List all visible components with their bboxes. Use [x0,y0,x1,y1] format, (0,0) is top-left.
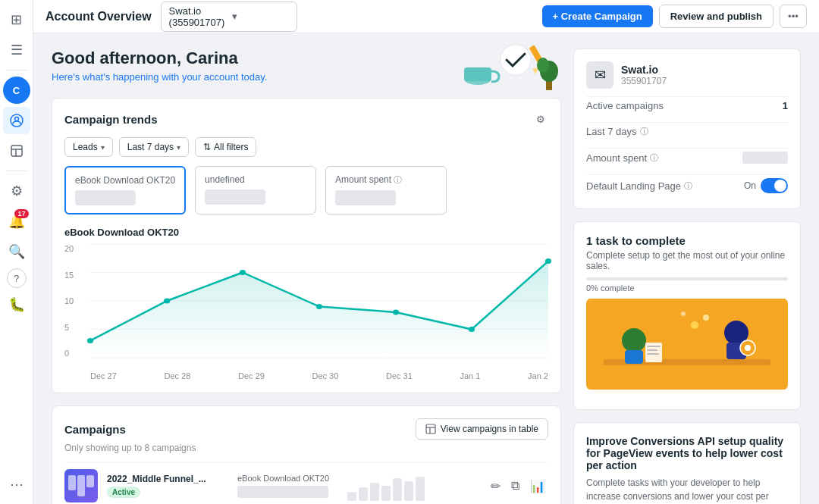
edit-campaign-button[interactable]: ✏ [488,476,504,496]
last7-row: Last 7 days ⓘ [586,122,788,140]
svg-rect-33 [647,346,661,347]
task-desc: Complete setup to get the most out of yo… [586,250,788,271]
active-campaigns-label: Active campaigns [586,100,664,111]
campaign-metric-bar [237,486,328,498]
sidebar-divider2 [6,171,27,171]
help-icon[interactable]: ? [7,268,27,288]
svg-point-39 [745,345,751,351]
search-icon[interactable]: 🔍 [3,238,30,265]
task-illustration [586,299,788,390]
svg-rect-28 [588,299,786,390]
amount-spent-label: Amount spent ⓘ [586,152,658,164]
leads-filter-button[interactable]: Leads ▾ [64,137,113,157]
right-column: ✉ Swat.io 355901707 Active campaigns 1 L… [573,49,801,489]
home-icon[interactable]: ⊞ [3,6,30,33]
svg-point-19 [164,299,170,304]
improve-card: Improve Conversions API setup quality fo… [573,422,801,504]
svg-point-30 [622,328,646,352]
svg-point-1 [14,117,18,121]
gear-button[interactable]: ⚙ [533,111,548,128]
progress-bar-outer [586,277,788,280]
metric-card-2[interactable]: undefined [195,166,316,214]
avatar-icon[interactable]: C [3,77,30,104]
svg-point-21 [316,304,322,309]
improve-title: Improve Conversions API setup quality fo… [586,435,788,471]
campaign-trends-title: Campaign trends [64,113,158,126]
left-column: Good afternoon, Carina Here's what's hap… [52,49,561,489]
chart-area [90,244,548,358]
metrics-row: eBook Download OKT20 undefined Amount sp… [64,166,548,214]
days-filter-button[interactable]: Last 7 days ▾ [119,137,189,157]
campaign-row: 2022_Middle Funnel_... Active eBook Down… [64,462,548,504]
svg-point-12 [537,58,549,73]
account-info-card: ✉ Swat.io 355901707 Active campaigns 1 L… [573,49,801,209]
metric-1-title: eBook Download OKT20 [75,175,175,186]
default-landing-label: Default Landing Page ⓘ [586,180,692,192]
card-header: Campaign trends ⚙ [64,111,548,128]
svg-rect-31 [625,350,643,364]
campaign-spark-bars [347,471,425,501]
metric-2-value [205,189,265,205]
filters-row: Leads ▾ Last 7 days ▾ ⇅ All filters [64,137,548,157]
default-landing-toggle[interactable] [761,178,788,193]
svg-point-42 [681,311,686,316]
analytics-campaign-button[interactable]: 📊 [527,476,548,496]
campaign-name: 2022_Middle Funnel_... [107,474,221,484]
improve-desc: Complete tasks with your developer to he… [586,476,788,504]
table-icon[interactable] [3,137,30,164]
metric-card-1[interactable]: eBook Download OKT20 [64,166,186,214]
task-card: 1 task to complete Complete setup to get… [573,221,801,410]
copy-campaign-button[interactable]: ⧉ [508,476,522,496]
sidebar: ⊞ ☰ C ⚙ 🔔17 🔍 ? 🐛 ⋯ [0,0,33,504]
menu-icon[interactable]: ☰ [3,36,30,64]
svg-rect-2 [11,146,22,156]
welcome-illustration [455,33,561,94]
metric-card-3[interactable]: Amount spent ⓘ [325,166,447,214]
account-avatar: ✉ [586,61,613,89]
header-actions: + Create Campaign Review and publish ••• [542,5,807,28]
chart-section: eBook Download OKT20 20151050 [64,227,548,380]
campaign-thumbnail [64,469,98,502]
campaign-status-badge: Active [107,487,140,498]
task-title: 1 task to complete [586,234,788,247]
active-campaigns-value: 1 [783,100,788,111]
svg-point-22 [393,310,399,315]
audience-icon[interactable] [3,107,30,134]
campaign-trends-card: Campaign trends ⚙ Leads ▾ Last 7 days ▾ … [52,98,561,393]
chart-y-axis: 20151050 [64,244,87,358]
metric-2-title: undefined [205,174,306,185]
active-campaigns-row: Active campaigns 1 [586,96,788,114]
amount-value-blurred [742,152,788,164]
svg-point-20 [240,270,246,275]
content-area: Good afternoon, Carina Here's what's hap… [33,33,819,504]
campaigns-card: Campaigns View campaigns in table Only s… [52,405,561,504]
main-wrapper: Account Overview Swat.io (355901707) ▾ +… [33,0,819,504]
bug-icon[interactable]: 🐛 [3,291,30,318]
all-filters-button[interactable]: ⇅ All filters [195,137,256,157]
landing-info-icon[interactable]: ⓘ [684,180,692,192]
svg-point-41 [703,315,709,321]
toggle-wrapper: On [744,178,788,193]
metric-3-info-icon[interactable]: ⓘ [394,175,402,184]
account-header: ✉ Swat.io 355901707 [586,61,788,89]
more-options-button[interactable]: ••• [780,5,807,28]
svg-point-23 [469,327,475,332]
amount-info-icon[interactable]: ⓘ [650,152,658,164]
more-bottom-icon[interactable]: ⋯ [3,471,30,498]
account-id: 355901707 [621,76,667,86]
chart-container: 20151050 [64,244,548,380]
create-campaign-button[interactable]: + Create Campaign [542,5,653,27]
chart-x-axis: Dec 27Dec 28Dec 29Dec 30Dec 31Jan 1Jan 2 [90,371,548,380]
notifications-icon[interactable]: 🔔17 [3,208,30,235]
review-publish-button[interactable]: Review and publish [659,5,774,28]
settings-icon[interactable]: ⚙ [3,177,30,205]
view-campaigns-table-button[interactable]: View campaigns in table [416,418,548,440]
svg-point-7 [500,45,531,75]
campaign-info: 2022_Middle Funnel_... Active [107,474,228,498]
campaign-metric: eBook Download OKT20 [237,474,329,498]
svg-rect-34 [647,349,657,351]
last7-info-icon[interactable]: ⓘ [640,126,648,137]
toggle-on-label: On [744,180,756,191]
account-selector[interactable]: Swat.io (355901707) ▾ [161,2,297,32]
sidebar-divider [6,70,27,70]
